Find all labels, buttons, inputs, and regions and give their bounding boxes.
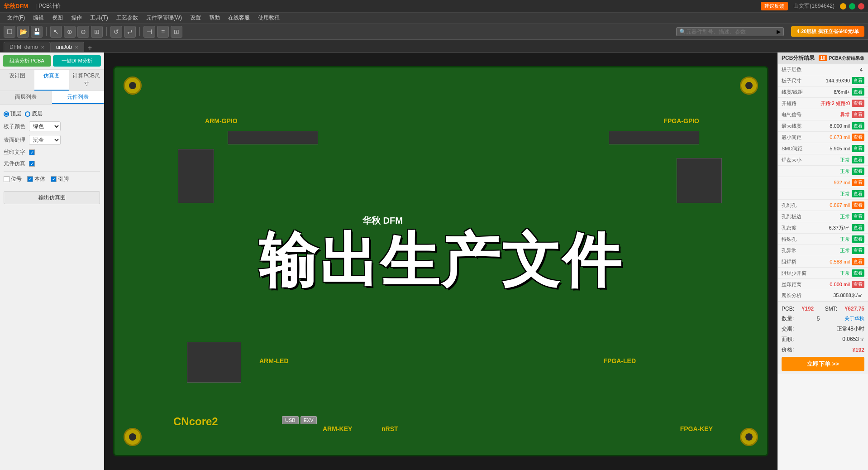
menu-support[interactable]: 在线客服 bbox=[224, 13, 253, 23]
tab-unijob[interactable]: uniJob ✕ bbox=[50, 42, 84, 52]
menu-edit[interactable]: 编辑 bbox=[29, 13, 48, 23]
search-box: 🔍 ▶ bbox=[676, 27, 784, 36]
output-sim-btn[interactable]: 输出仿真图 bbox=[4, 191, 100, 204]
analysis-row-layers: 板子层数 4 bbox=[778, 64, 868, 75]
layer-btn[interactable]: ≡ bbox=[157, 26, 169, 38]
chip-bottom-left bbox=[187, 342, 241, 383]
zoom-out-btn[interactable]: ⊖ bbox=[77, 26, 89, 38]
check-silk-dist-btn[interactable]: 查看 bbox=[852, 281, 864, 288]
tab-add-btn[interactable]: + bbox=[84, 44, 95, 52]
tab-dfm-demo-close[interactable]: ✕ bbox=[41, 45, 44, 50]
silk-text-checkbox[interactable]: ✓ bbox=[29, 149, 35, 155]
header-top-right bbox=[609, 131, 699, 144]
check-row11-btn[interactable]: 查看 bbox=[852, 179, 864, 186]
delivery-label: 交期: bbox=[782, 325, 794, 333]
user-info: 山文军(1694642) bbox=[793, 2, 835, 10]
menu-tutorial[interactable]: 使用教程 bbox=[254, 13, 283, 23]
tab-dfm-demo[interactable]: DFM_demo ✕ bbox=[4, 42, 50, 52]
minimize-btn[interactable] bbox=[840, 3, 846, 10]
board-color-select[interactable]: 绿色 bbox=[29, 121, 61, 131]
radio-bottom-layer[interactable]: 底层 bbox=[25, 110, 43, 118]
analysis-row-row12: 正常 查看 bbox=[778, 188, 868, 200]
surface-select[interactable]: 沉金 bbox=[29, 135, 61, 145]
pcba-analysis-btn[interactable]: 组装分析 PCBA bbox=[3, 55, 51, 67]
check-trace-btn[interactable]: 查看 bbox=[852, 88, 864, 96]
promo-banner[interactable]: 4-20层板 疯狂立省·¥40元/单 bbox=[791, 26, 864, 37]
search-submit-icon[interactable]: ▶ bbox=[777, 29, 781, 35]
check-solder-bridge-btn[interactable]: 查看 bbox=[852, 258, 864, 265]
canvas-area[interactable]: ARM-GPIO FPGA-GPIO ARM-LED FPGA-LED ARM-… bbox=[104, 53, 777, 470]
ref-checkbox[interactable]: 位号 bbox=[4, 175, 22, 183]
analysis-row-short: 开短路 开路:2 短路:0 查看 bbox=[778, 98, 868, 109]
component-sim-checkbox[interactable]: ✓ bbox=[29, 161, 35, 167]
save-btn[interactable]: 💾 bbox=[31, 26, 43, 38]
check-row10-btn[interactable]: 查看 bbox=[852, 168, 864, 175]
huaqiu-link[interactable]: 关于华秋 bbox=[844, 315, 864, 322]
check-hole-gap-btn[interactable]: 查看 bbox=[852, 201, 864, 209]
search-input[interactable] bbox=[686, 29, 777, 35]
menu-tools[interactable]: 工具(T) bbox=[86, 13, 111, 23]
check-min-gap-btn[interactable]: 查看 bbox=[852, 134, 864, 141]
menu-process[interactable]: 工艺参数 bbox=[113, 13, 142, 23]
rotate-btn[interactable]: ↺ bbox=[110, 26, 122, 38]
tab-sim-view[interactable]: 仿真图 bbox=[34, 70, 69, 91]
overlay-production-text: 输出生产文件 bbox=[259, 221, 623, 301]
check-hole-edge-btn[interactable]: 查看 bbox=[852, 213, 864, 220]
main-content: 组装分析 PCBA 一键DFM分析 设计图 仿真图 计算PCB尺寸 面层列表 元… bbox=[0, 53, 868, 470]
tab-component-list[interactable]: 元件列表 bbox=[52, 91, 104, 104]
menu-settings[interactable]: 设置 bbox=[186, 13, 205, 23]
body-checkbox[interactable]: ✓ 本体 bbox=[27, 175, 45, 183]
qty-value: 5 bbox=[817, 316, 820, 322]
tab-unijob-close[interactable]: ✕ bbox=[75, 45, 78, 50]
menu-component[interactable]: 元件率管理(W) bbox=[143, 13, 186, 23]
pcba-result-label: PCBA分析结果集 bbox=[829, 55, 864, 62]
menu-help[interactable]: 帮助 bbox=[205, 13, 224, 23]
analysis-row-hole-anomaly: 孔异常 正常 查看 bbox=[778, 245, 868, 256]
flip-btn[interactable]: ⇄ bbox=[124, 26, 136, 38]
menu-view[interactable]: 视图 bbox=[48, 13, 67, 23]
check-hole-anomaly-btn[interactable]: 查看 bbox=[852, 247, 864, 254]
new-btn[interactable]: ☐ bbox=[4, 26, 15, 38]
analysis-row-pad: 焊盘大小 正常 查看 bbox=[778, 154, 868, 166]
pcb-board: ARM-GPIO FPGA-GPIO ARM-LED FPGA-LED ARM-… bbox=[113, 66, 768, 456]
open-btn[interactable]: 📂 bbox=[17, 26, 29, 38]
close-btn[interactable] bbox=[858, 3, 864, 10]
dfm-analysis-btn[interactable]: 一键DFM分析 bbox=[53, 55, 101, 67]
menu-file[interactable]: 文件(F) bbox=[4, 13, 29, 23]
check-smd-btn[interactable]: 查看 bbox=[852, 145, 864, 152]
grid-btn[interactable]: ⊞ bbox=[171, 26, 182, 38]
check-special-hole-btn[interactable]: 查看 bbox=[852, 235, 864, 243]
check-solder-window-btn[interactable]: 查看 bbox=[852, 269, 864, 277]
fit-btn[interactable]: ⊞ bbox=[91, 26, 103, 38]
suggest-btn[interactable]: 建议反馈 bbox=[761, 2, 788, 10]
tab-layer-list[interactable]: 面层列表 bbox=[0, 91, 52, 104]
select-btn[interactable]: ↖ bbox=[50, 26, 62, 38]
area-value: 0.0653㎡ bbox=[842, 336, 864, 343]
analysis-row-solder-bridge: 阻焊桥 0.588 mil 查看 bbox=[778, 256, 868, 268]
analysis-row-size: 板子尺寸 144.99X90 查看 bbox=[778, 75, 868, 86]
check-max-trace-btn[interactable]: 查看 bbox=[852, 122, 864, 129]
order-btn[interactable]: 立即下单 >> bbox=[782, 357, 864, 371]
pin-checkbox[interactable]: ✓ 引脚 bbox=[51, 175, 69, 183]
check-hole-density-btn[interactable]: 查看 bbox=[852, 224, 864, 231]
check-row12-btn[interactable]: 查看 bbox=[852, 190, 864, 197]
tab-design-view[interactable]: 设计图 bbox=[0, 70, 34, 91]
analysis-row-hole-gap: 孔到孔 0.867 mil 查看 bbox=[778, 200, 868, 211]
radio-top-layer[interactable]: 顶层 bbox=[4, 110, 21, 118]
menu-operate[interactable]: 操作 bbox=[67, 13, 86, 23]
tab-calc-pcb[interactable]: 计算PCB尺寸 bbox=[69, 70, 104, 91]
fpga-led-label: FPGA-LED bbox=[603, 357, 636, 364]
analysis-row-special-hole: 特殊孔 正常 查看 bbox=[778, 234, 868, 245]
zoom-in-btn[interactable]: ⊕ bbox=[64, 26, 76, 38]
check-short-btn[interactable]: 查看 bbox=[852, 100, 864, 107]
check-size-btn[interactable]: 查看 bbox=[852, 77, 864, 84]
check-signal-btn[interactable]: 查看 bbox=[852, 111, 864, 118]
analysis-row-min-gap: 最小间距 0.673 mil 查看 bbox=[778, 132, 868, 143]
search-icon: 🔍 bbox=[679, 29, 686, 35]
sidebar-view-tabs: 设计图 仿真图 计算PCB尺寸 bbox=[0, 70, 104, 91]
measure-btn[interactable]: ⊣ bbox=[143, 26, 155, 38]
maximize-btn[interactable] bbox=[849, 3, 855, 10]
check-pad-btn[interactable]: 查看 bbox=[852, 156, 864, 163]
tab-dfm-demo-label: DFM_demo bbox=[10, 44, 38, 50]
right-panel-header: PCB分析结果 10 PCBA分析结果集 bbox=[778, 53, 868, 64]
